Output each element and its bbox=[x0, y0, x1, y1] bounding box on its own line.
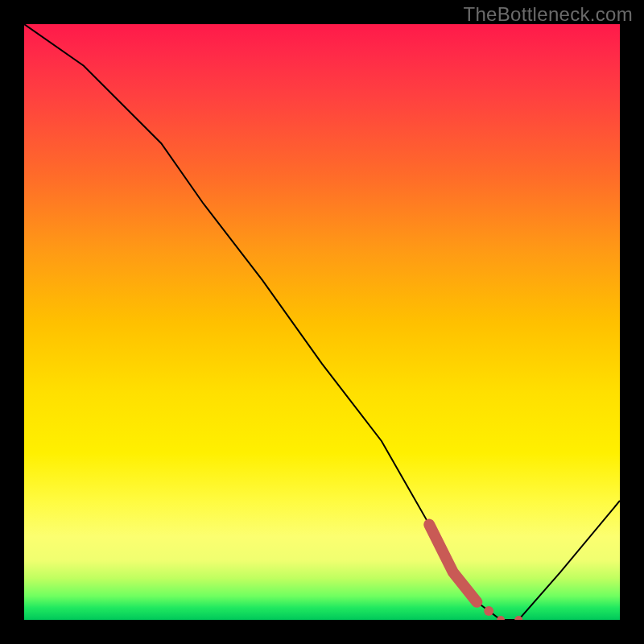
bottleneck-curve bbox=[24, 24, 620, 620]
plot-area bbox=[24, 24, 620, 620]
highlight-markers bbox=[429, 525, 522, 620]
svg-point-0 bbox=[472, 597, 481, 607]
watermark-text: TheBottleneck.com bbox=[463, 3, 633, 26]
svg-point-2 bbox=[497, 616, 505, 620]
svg-point-1 bbox=[484, 606, 493, 616]
chart-svg bbox=[24, 24, 620, 620]
